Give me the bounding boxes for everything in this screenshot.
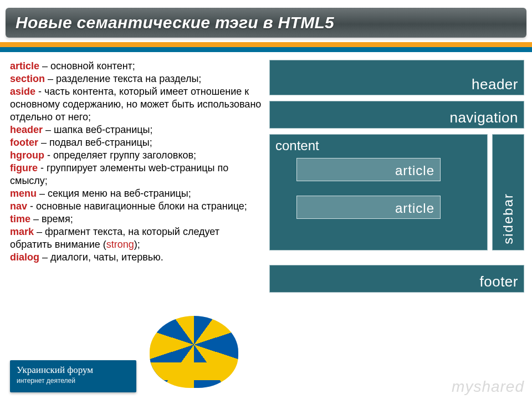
diagram-gap: [269, 250, 524, 258]
kw-time: time: [10, 213, 30, 224]
balloon-envelope: [150, 316, 238, 388]
diagram-content: content article article: [269, 134, 488, 250]
kw-dialog: dialog: [10, 252, 39, 263]
accent-stripe: [0, 42, 532, 52]
kw-hgroup: hgroup: [10, 150, 44, 161]
diagram-article-2: article: [296, 196, 441, 219]
def-footer: footer – подвал веб-страницы;: [10, 136, 262, 149]
def-section: section – разделение текста на разделы;: [10, 73, 262, 85]
diagram-content-label: content: [275, 138, 319, 154]
def-nav: nav - основные навигационные блоки на ст…: [10, 200, 262, 213]
kw-mark: mark: [10, 226, 34, 237]
watermark: myshared: [452, 378, 524, 396]
kw-section: section: [10, 73, 45, 84]
kw-aside: aside: [10, 86, 35, 97]
diagram-navigation: navigation: [269, 101, 524, 129]
diagram-footer: footer: [269, 265, 524, 293]
kw-article: article: [10, 60, 39, 71]
forum-line1: Украинский форум: [17, 365, 130, 376]
kw-menu: menu: [10, 188, 37, 199]
def-article: article – основной контент;: [10, 60, 262, 73]
def-dialog: dialog – диалоги, чаты, итервью.: [10, 251, 262, 264]
kw-header: header: [10, 124, 43, 135]
def-mark: mark – фрагмент текста, на который следу…: [10, 226, 262, 251]
slide-title: Новые семантические тэги в HTML5: [16, 13, 334, 32]
kw-figure: figure: [10, 162, 38, 173]
def-menu: menu – секция меню на веб-страницы;: [10, 187, 262, 200]
kw-nav: nav: [10, 201, 27, 212]
strong-highlight: strong: [106, 239, 134, 250]
diagram-article-1: article: [296, 158, 441, 181]
main-content: article – основной контент; section – ра…: [0, 52, 532, 293]
layout-diagram: header navigation content article articl…: [269, 60, 524, 293]
def-time: time – время;: [10, 213, 262, 226]
forum-badge: Украинский форум интернет деятелей: [10, 360, 136, 392]
kw-footer: footer: [10, 137, 38, 148]
slide-title-bar: Новые семантические тэги в HTML5: [6, 8, 526, 38]
balloon-icon: [144, 316, 244, 399]
diagram-header: header: [269, 60, 524, 95]
forum-line2: интернет деятелей: [17, 377, 130, 385]
diagram-body-row: content article article sidebar: [269, 134, 524, 250]
def-aside: aside - часть контента, который имеет от…: [10, 85, 262, 124]
def-hgroup: hgroup - определяет группу заголовков;: [10, 149, 262, 162]
diagram-sidebar: sidebar: [492, 134, 524, 250]
definitions-list: article – основной контент; section – ра…: [10, 60, 262, 293]
def-header: header – шапка веб-страницы;: [10, 124, 262, 136]
def-figure: figure - группирует элементы web-страниц…: [10, 162, 262, 187]
